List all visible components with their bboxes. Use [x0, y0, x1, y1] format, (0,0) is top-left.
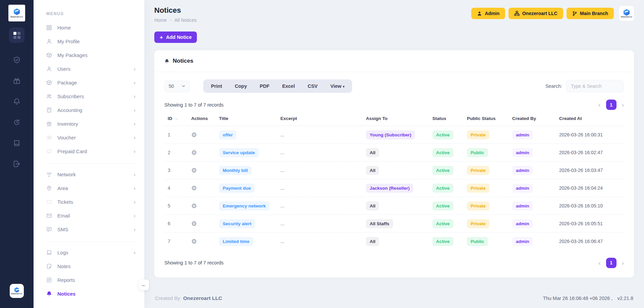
header-id[interactable]: ID↑↓: [164, 112, 188, 126]
header-created-at[interactable]: Created At: [556, 112, 624, 126]
notice-title-link[interactable]: Monthly bill: [219, 166, 252, 175]
footer-timestamp: Thu Mar 26 16:06:48 +06 2026 ,: [543, 296, 613, 301]
card-title: Notices: [173, 58, 193, 64]
public-status-badge: Private: [467, 184, 489, 193]
history-icon[interactable]: [13, 119, 20, 126]
sidebar-item-inventory[interactable]: Inventory ›: [46, 117, 138, 131]
csv-button[interactable]: CSV: [301, 81, 324, 91]
created-by-badge: admin: [512, 166, 533, 175]
gear-icon[interactable]: ⚙: [191, 220, 197, 227]
sidebar-item-sms[interactable]: SMS ›: [46, 223, 138, 236]
assign-badge: Jackson (Reseller): [366, 184, 413, 193]
shield-check-icon[interactable]: [13, 56, 20, 64]
sidebar-item-tickets[interactable]: Tickets ›: [46, 195, 138, 209]
header-public-status[interactable]: Public Status: [464, 112, 509, 126]
gear-icon[interactable]: ⚙: [191, 167, 197, 174]
dashboard-grid-icon[interactable]: [9, 27, 24, 43]
chevron-right-icon: ›: [133, 172, 136, 177]
sidebar-item-area[interactable]: Area ›: [46, 181, 138, 195]
notice-title-link[interactable]: Security alert: [219, 219, 255, 228]
sidebar-item-notes[interactable]: Notes: [46, 259, 138, 273]
breadcrumb-home[interactable]: Home: [154, 17, 167, 23]
voucher-icon: [46, 135, 52, 140]
breadcrumb-current: All Notices: [174, 17, 197, 23]
chevron-right-icon: ›: [133, 148, 136, 154]
sidebar-item-package[interactable]: Package ›: [46, 76, 138, 89]
logout-icon[interactable]: [13, 160, 20, 168]
header-title[interactable]: Title: [216, 112, 277, 126]
sidebar-item-users[interactable]: Users ›: [46, 62, 138, 76]
page-number-button[interactable]: 1: [606, 258, 616, 268]
page-size-select[interactable]: 50: [164, 80, 190, 92]
sidebar-item-logs[interactable]: Logs ›: [46, 246, 138, 259]
chevron-left-icon[interactable]: ‹: [598, 102, 600, 108]
excel-button[interactable]: Excel: [276, 81, 301, 91]
sidebar-item-my-profile[interactable]: My Profile: [46, 35, 138, 48]
chevron-right-icon: ›: [133, 213, 136, 219]
notice-title-link[interactable]: Limited time: [219, 237, 253, 246]
header-assign-to[interactable]: Assign To: [363, 112, 429, 126]
sidebar-item-subscribers[interactable]: Subscribers ›: [46, 89, 138, 103]
bank-icon: [46, 121, 52, 127]
footer-version: v2.21.8: [617, 296, 633, 301]
chevron-left-icon[interactable]: ‹: [598, 260, 600, 266]
admin-button[interactable]: Admin: [471, 8, 505, 19]
ticket-icon: [46, 199, 52, 205]
notice-title-link[interactable]: offer: [219, 130, 236, 139]
status-badge: Active: [432, 166, 453, 175]
sidebar-item-notices[interactable]: Notices: [46, 287, 138, 301]
sidebar-item-voucher[interactable]: Voucher ›: [46, 131, 138, 144]
sidebar-collapse-button[interactable]: ←: [139, 280, 149, 290]
table-row: 7 ⚙ Limited time ... All Active Public a…: [164, 233, 624, 250]
book-icon[interactable]: [13, 139, 20, 147]
view-dropdown-button[interactable]: View▾: [324, 81, 351, 91]
created-by-badge: admin: [512, 219, 533, 228]
person-icon: [477, 11, 482, 16]
page-header: Notices Home - All Notices Admin Onezero…: [154, 6, 634, 23]
gear-icon[interactable]: ⚙: [191, 149, 197, 156]
header-created-by[interactable]: Created By: [509, 112, 556, 126]
sidebar-item-my-packages[interactable]: My Packages: [46, 48, 138, 62]
company-button[interactable]: Onezeroart LLC: [508, 8, 563, 19]
brand-logo-bottom[interactable]: Onezeroart LLC: [10, 284, 24, 298]
plus-icon: +: [160, 35, 163, 40]
chevron-right-icon[interactable]: ›: [622, 260, 624, 266]
sidebar-item-prepaid-card[interactable]: Prepaid Card ›: [46, 144, 138, 158]
branch-icon: [572, 11, 577, 16]
branch-button[interactable]: Main Branch: [567, 8, 614, 19]
gear-icon[interactable]: ⚙: [191, 131, 197, 138]
notice-title-link[interactable]: Service update: [219, 148, 259, 157]
brand-logo[interactable]: Onezeroart LLC: [8, 5, 25, 21]
sidebar-item-reports[interactable]: Reports: [46, 273, 138, 287]
gear-icon[interactable]: ⚙: [191, 238, 197, 245]
sidebar-item-email[interactable]: Email ›: [46, 209, 138, 223]
gift-icon[interactable]: [13, 77, 20, 84]
header-excerpt[interactable]: Excerpt: [277, 112, 363, 126]
chevron-right-icon[interactable]: ›: [622, 102, 624, 108]
sidebar-item-accounting[interactable]: Accounting ›: [46, 103, 138, 117]
pdf-button[interactable]: PDF: [253, 81, 276, 91]
created-by-badge: admin: [512, 130, 533, 139]
print-button[interactable]: Print: [205, 81, 228, 91]
search-label: Search:: [545, 83, 562, 89]
sidebar-item-network[interactable]: Network ›: [46, 168, 138, 181]
public-status-badge: Private: [467, 130, 489, 139]
notice-title-link[interactable]: Payment due: [219, 184, 255, 193]
sidebar-item-home[interactable]: Home: [46, 21, 138, 35]
search-input[interactable]: [566, 80, 624, 92]
copy-button[interactable]: Copy: [228, 81, 253, 91]
gear-icon[interactable]: ⚙: [191, 202, 197, 209]
brand-hexagon-icon: [14, 8, 20, 15]
users-group-icon: [46, 94, 52, 99]
gear-icon[interactable]: ⚙: [191, 184, 197, 192]
header-status[interactable]: Status: [429, 112, 464, 126]
bell-icon[interactable]: [13, 98, 20, 105]
add-notice-button[interactable]: + Add Notice: [154, 32, 197, 43]
public-status-badge: Public: [467, 237, 488, 246]
brand-logo-topbar[interactable]: Onezeroart LLC: [619, 6, 634, 21]
header-actions[interactable]: Actions: [188, 112, 216, 126]
status-badge: Active: [432, 130, 453, 139]
page-number-button[interactable]: 1: [606, 100, 616, 110]
icon-rail: Onezeroart LLC Onezeroart LLC: [0, 0, 34, 308]
notice-title-link[interactable]: Emergency network: [219, 201, 269, 210]
